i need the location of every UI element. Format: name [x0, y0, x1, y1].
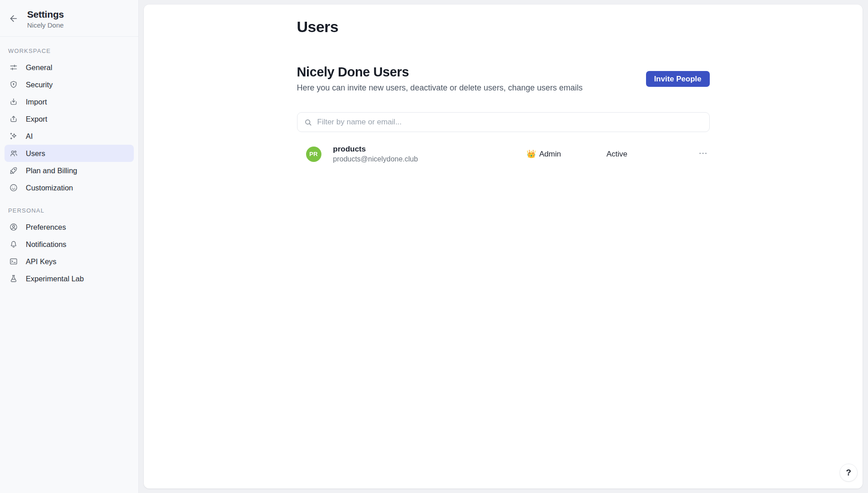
- rocket-icon: [9, 166, 18, 175]
- flask-icon: [9, 274, 18, 283]
- sidebar-item-import[interactable]: Import: [5, 93, 134, 110]
- sidebar-item-general[interactable]: General: [5, 59, 134, 76]
- sidebar-nav: WORKSPACEGeneralSecurityImportExportAIUs…: [0, 37, 138, 293]
- nav-section-label: WORKSPACE: [5, 42, 134, 59]
- sidebar-item-label: Users: [26, 149, 45, 158]
- sidebar-item-ai[interactable]: AI: [5, 128, 134, 145]
- users-icon: [9, 149, 18, 158]
- sliders-icon: [9, 63, 18, 72]
- workspace-name: Nicely Done: [27, 21, 64, 29]
- shield-icon: [9, 80, 18, 89]
- section-heading: Nicely Done Users: [297, 65, 583, 80]
- users-section-text: Nicely Done Users Here you can invite ne…: [297, 65, 583, 93]
- nav-section-workspace: WORKSPACEGeneralSecurityImportExportAIUs…: [5, 42, 134, 196]
- back-button[interactable]: [8, 14, 19, 24]
- sidebar-item-label: AI: [26, 132, 33, 141]
- page-title: Users: [297, 18, 710, 36]
- sidebar-item-label: Plan and Billing: [26, 166, 77, 175]
- main-panel: Users Nicely Done Users Here you can inv…: [144, 5, 863, 488]
- user-list: PRproductsproducts@nicelydone.club👑Admin…: [297, 137, 710, 171]
- nav-section-label: PERSONAL: [5, 202, 134, 218]
- user-role-label: Admin: [539, 150, 561, 159]
- sidebar-item-export[interactable]: Export: [5, 110, 134, 128]
- sidebar-header: Settings Nicely Done: [0, 0, 138, 37]
- sidebar-item-security[interactable]: Security: [5, 76, 134, 93]
- avatar: PR: [306, 147, 321, 162]
- sidebar-item-label: Customization: [26, 184, 73, 192]
- settings-sidebar: Settings Nicely Done WORKSPACEGeneralSec…: [0, 0, 139, 493]
- user-status: Active: [607, 150, 692, 159]
- user-filter-box: [297, 112, 710, 132]
- sidebar-item-label: Notifications: [26, 240, 66, 249]
- users-section-header: Nicely Done Users Here you can invite ne…: [297, 65, 710, 93]
- user-identity: productsproducts@nicelydone.club: [333, 145, 527, 163]
- sidebar-item-preferences[interactable]: Preferences: [5, 218, 134, 236]
- sidebar-item-customization[interactable]: Customization: [5, 179, 134, 196]
- sidebar-item-users[interactable]: Users: [5, 145, 134, 162]
- sidebar-header-text: Settings Nicely Done: [27, 9, 64, 29]
- sidebar-item-label: General: [26, 63, 52, 72]
- invite-people-button[interactable]: Invite People: [646, 71, 710, 87]
- crown-icon: 👑: [527, 149, 536, 159]
- user-name: products: [333, 145, 527, 154]
- sparkles-icon: [9, 132, 18, 141]
- user-circle-icon: [9, 223, 18, 232]
- sidebar-item-api-keys[interactable]: API Keys: [5, 253, 134, 270]
- filter-input[interactable]: [317, 118, 703, 127]
- settings-title: Settings: [27, 9, 64, 20]
- sidebar-item-plan-and-billing[interactable]: Plan and Billing: [5, 162, 134, 179]
- smiley-icon: [9, 183, 18, 192]
- sidebar-item-label: Security: [26, 81, 53, 89]
- sidebar-item-experimental-lab[interactable]: Experimental Lab: [5, 270, 134, 287]
- terminal-icon: [9, 257, 18, 266]
- export-icon: [9, 114, 18, 123]
- section-description: Here you can invite new users, deactivat…: [297, 83, 583, 93]
- bell-icon: [9, 240, 18, 249]
- search-icon: [304, 118, 312, 127]
- nav-section-personal: PERSONALPreferencesNotificationsAPI Keys…: [5, 202, 134, 287]
- sidebar-item-label: Import: [26, 98, 47, 106]
- users-page: Users Nicely Done Users Here you can inv…: [297, 5, 710, 199]
- user-role: 👑Admin: [527, 149, 607, 159]
- ellipsis-icon: [698, 148, 708, 160]
- sidebar-item-notifications[interactable]: Notifications: [5, 236, 134, 253]
- help-button[interactable]: ?: [840, 464, 858, 482]
- user-email: products@nicelydone.club: [333, 155, 527, 163]
- sidebar-item-label: API Keys: [26, 257, 57, 266]
- user-row: PRproductsproducts@nicelydone.club👑Admin…: [297, 137, 710, 171]
- sidebar-item-label: Preferences: [26, 223, 66, 232]
- user-actions-menu-button[interactable]: [692, 148, 710, 160]
- sidebar-item-label: Export: [26, 115, 47, 123]
- sidebar-item-label: Experimental Lab: [26, 275, 84, 283]
- import-icon: [9, 97, 18, 106]
- arrow-left-icon: [9, 14, 19, 25]
